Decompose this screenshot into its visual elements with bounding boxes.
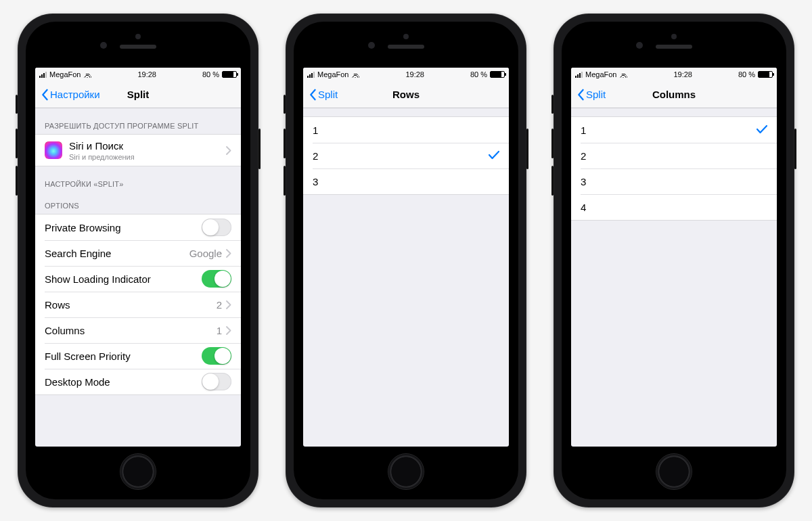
rows-label: Rows <box>45 299 217 311</box>
battery-label: 80 % <box>470 70 487 78</box>
carrier-label: MegaFon <box>49 70 81 78</box>
status-bar: MegaFon 19:28 80 % <box>35 68 241 81</box>
battery-icon <box>758 71 773 78</box>
screen-rows: MegaFon 19:28 80 % Split Rows 123 <box>303 68 509 447</box>
option-label: 3 <box>581 176 767 187</box>
chevron-right-icon <box>226 146 231 155</box>
status-bar: MegaFon 19:28 80 % <box>303 68 509 81</box>
screen-settings-split: MegaFon 19:28 80 % Настройки Split РАЗРЕ… <box>35 68 241 447</box>
option-row[interactable]: 1 <box>303 117 509 143</box>
carrier-label: MegaFon <box>585 70 616 78</box>
battery-icon <box>222 71 237 78</box>
fullscreen-label: Full Screen Priority <box>45 350 202 362</box>
wifi-icon <box>619 72 627 78</box>
loading-toggle[interactable] <box>202 270 231 288</box>
desktop-toggle[interactable] <box>202 373 231 390</box>
status-time: 19:28 <box>673 70 692 78</box>
row-fullscreen-priority: Full Screen Priority <box>35 343 241 369</box>
option-row[interactable]: 1 <box>571 117 777 143</box>
option-row[interactable]: 2 <box>303 143 509 168</box>
battery-label: 80 % <box>202 70 219 78</box>
phone-1: MegaFon 19:28 80 % Настройки Split РАЗРЕ… <box>18 14 258 507</box>
fullscreen-toggle[interactable] <box>202 347 231 365</box>
option-label: 4 <box>581 202 767 213</box>
row-search-engine[interactable]: Search Engine Google <box>35 240 241 266</box>
section-header-access: РАЗРЕШИТЬ ДОСТУП ПРОГРАММЕ SPLIT <box>35 108 241 134</box>
columns-value: 1 <box>217 325 222 336</box>
navbar: Настройки Split <box>35 81 241 108</box>
private-browsing-toggle[interactable] <box>202 219 231 236</box>
option-row[interactable]: 3 <box>571 168 777 194</box>
navbar: Split Rows <box>303 81 509 108</box>
battery-icon <box>490 71 505 78</box>
chevron-right-icon <box>226 300 231 309</box>
chevron-left-icon <box>41 89 49 101</box>
home-button[interactable] <box>656 453 692 490</box>
option-label: 3 <box>313 176 499 187</box>
rows-value: 2 <box>217 299 222 311</box>
option-row[interactable]: 3 <box>303 168 509 194</box>
phone-3: MegaFon 19:28 80 % Split Columns 1234 <box>554 14 794 507</box>
checkmark-icon <box>489 150 499 162</box>
chevron-right-icon <box>226 249 231 258</box>
row-siri-search[interactable]: Siri и Поиск Siri и предложения <box>35 135 241 166</box>
siri-title: Siri и Поиск <box>69 140 226 152</box>
home-button[interactable] <box>388 453 424 490</box>
home-button[interactable] <box>120 453 156 490</box>
signal-icon <box>39 72 47 78</box>
option-label: 1 <box>581 124 757 136</box>
siri-icon <box>45 141 62 159</box>
private-browsing-label: Private Browsing <box>45 222 202 233</box>
checkmark-icon <box>757 124 767 136</box>
status-time: 19:28 <box>137 70 156 78</box>
section-header-split: НАСТРОЙКИ «SPLIT» <box>35 166 241 192</box>
siri-subtitle: Siri и предложения <box>69 153 226 161</box>
option-row[interactable]: 2 <box>571 143 777 168</box>
option-label: 2 <box>581 150 767 162</box>
option-label: 1 <box>313 124 499 136</box>
navbar: Split Columns <box>571 81 777 108</box>
wifi-icon <box>83 72 91 78</box>
option-label: 2 <box>313 150 489 162</box>
option-row[interactable]: 4 <box>571 194 777 220</box>
back-button[interactable]: Настройки <box>41 89 100 101</box>
wifi-icon <box>351 72 359 78</box>
loading-label: Show Loading Indicator <box>45 273 202 285</box>
search-engine-value: Google <box>189 248 222 259</box>
signal-icon <box>575 72 583 78</box>
phone-2: MegaFon 19:28 80 % Split Rows 123 <box>286 14 526 507</box>
back-label: Split <box>318 89 338 100</box>
desktop-label: Desktop Mode <box>45 376 202 388</box>
back-button[interactable]: Split <box>309 89 338 101</box>
status-time: 19:28 <box>405 70 424 78</box>
back-button[interactable]: Split <box>577 89 606 101</box>
back-label: Настройки <box>50 89 100 100</box>
section-header-options: OPTIONS <box>35 192 241 214</box>
back-label: Split <box>586 89 606 100</box>
signal-icon <box>307 72 315 78</box>
search-engine-label: Search Engine <box>45 248 189 259</box>
row-rows[interactable]: Rows 2 <box>35 292 241 317</box>
row-private-browsing: Private Browsing <box>35 214 241 240</box>
chevron-left-icon <box>309 89 317 101</box>
battery-label: 80 % <box>738 70 755 78</box>
screen-columns: MegaFon 19:28 80 % Split Columns 1234 <box>571 68 777 447</box>
row-loading-indicator: Show Loading Indicator <box>35 266 241 292</box>
carrier-label: MegaFon <box>317 70 348 78</box>
columns-label: Columns <box>45 325 217 336</box>
row-columns[interactable]: Columns 1 <box>35 317 241 343</box>
row-desktop-mode: Desktop Mode <box>35 369 241 394</box>
chevron-right-icon <box>226 326 231 335</box>
chevron-left-icon <box>577 89 585 101</box>
status-bar: MegaFon 19:28 80 % <box>571 68 777 81</box>
